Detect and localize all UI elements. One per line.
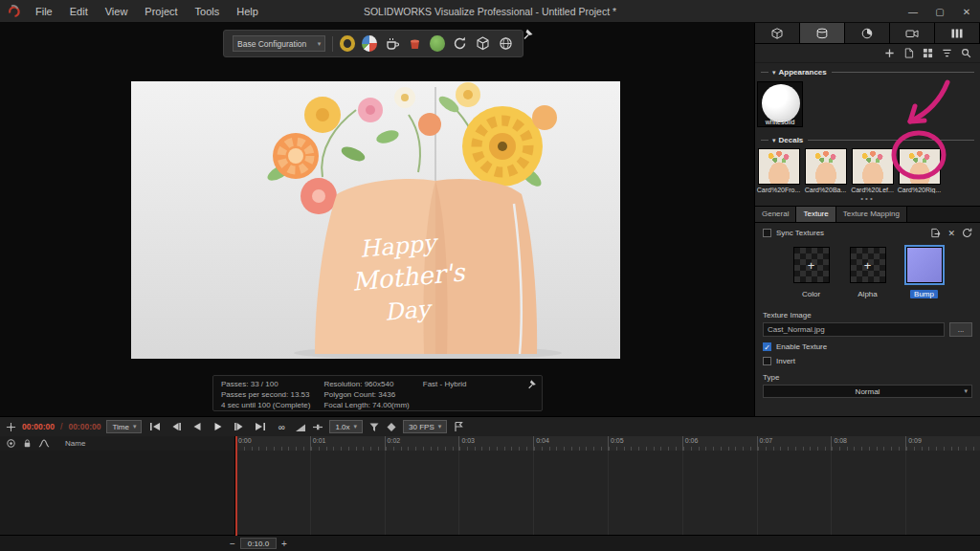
appearances-section-header[interactable]: ▾ Appearances (761, 68, 974, 77)
decal-item-front[interactable]: Card%20Fro... (756, 148, 801, 193)
multi-appearance-icon[interactable] (362, 35, 377, 52)
texture-slot-color[interactable]: + Color (790, 247, 834, 300)
minimize-icon[interactable]: — (900, 0, 926, 23)
bump-slot-label: Bump (910, 290, 938, 298)
red-cup-icon[interactable] (407, 35, 423, 52)
solidworks-logo-icon (7, 4, 21, 18)
rotate-icon[interactable] (452, 35, 468, 52)
playhead[interactable] (235, 436, 237, 536)
fps-dropdown[interactable]: 30 FPS ▾ (403, 420, 447, 433)
menu-project[interactable]: Project (136, 0, 186, 23)
tab-scenes[interactable] (845, 23, 890, 43)
chevron-down-icon: ▾ (318, 40, 322, 48)
funnel-icon[interactable] (368, 422, 380, 432)
play-reverse-button[interactable] (189, 420, 205, 433)
tab-texture-mapping[interactable]: Texture Mapping (836, 207, 907, 222)
lock-icon[interactable] (22, 438, 33, 449)
appearance-item-whitesolid[interactable]: whitesolid (757, 81, 803, 127)
menu-bar: File Edit View Project Tools Help SOLIDW… (0, 0, 980, 23)
configuration-dropdown[interactable]: Base Configuration ▾ (233, 35, 325, 52)
grid-view-icon[interactable] (923, 48, 933, 58)
export-texture-icon[interactable] (930, 228, 941, 238)
render-stats-panel: Passes: 33 / 100 Passes per second: 13.5… (212, 375, 543, 411)
appearance-gold-icon[interactable] (340, 35, 355, 52)
add-icon[interactable] (884, 48, 895, 58)
track-list[interactable] (0, 451, 235, 535)
menu-tools[interactable]: Tools (187, 0, 229, 23)
skip-start-button[interactable] (147, 420, 163, 433)
refresh-texture-icon[interactable] (962, 228, 972, 238)
maximize-icon[interactable]: ▢ (926, 0, 953, 23)
slider-icon[interactable] (312, 422, 323, 432)
auto-key-icon[interactable] (6, 438, 16, 449)
flag-icon[interactable] (453, 421, 464, 432)
browse-button[interactable]: ... (949, 322, 972, 337)
menu-edit[interactable]: Edit (61, 0, 97, 23)
play-button[interactable] (211, 420, 226, 433)
tab-layers[interactable] (935, 23, 980, 43)
tab-cameras[interactable] (890, 23, 935, 43)
frame-back-button[interactable] (168, 420, 184, 433)
decal-item-right[interactable]: Card%20Rig... (897, 148, 942, 193)
tab-appearances[interactable] (800, 23, 845, 43)
menu-file[interactable]: File (27, 0, 61, 23)
pin-icon[interactable] (523, 28, 535, 40)
ruler-tick: 0:09 (905, 436, 980, 451)
curves-icon[interactable] (38, 438, 50, 449)
timeline-track-area[interactable] (235, 451, 980, 535)
search-icon[interactable] (961, 48, 971, 58)
ruler-tick: 0:00 (235, 436, 310, 451)
tab-texture[interactable]: Texture (796, 207, 835, 222)
stats-pin-icon[interactable] (527, 379, 538, 389)
ruler-tick: 0:06 (682, 436, 757, 451)
playback-speed-dropdown[interactable]: 1.0x ▾ (329, 420, 363, 433)
skip-end-button[interactable] (253, 420, 268, 433)
menu-view[interactable]: View (97, 0, 137, 23)
ruler-tick: 0:03 (458, 436, 533, 451)
import-file-icon[interactable] (903, 48, 914, 58)
chevron-down-icon: ▾ (354, 423, 358, 430)
frame-forward-button[interactable] (232, 420, 247, 433)
box-icon[interactable] (475, 35, 491, 52)
teacup-icon[interactable] (384, 35, 400, 52)
filter-icon[interactable] (942, 48, 952, 58)
enable-texture-label: Enable Texture (776, 342, 827, 351)
delete-texture-icon[interactable]: ✕ (947, 229, 955, 238)
decal-thumbnail (805, 148, 847, 185)
viewport-toolbar: Base Configuration ▾ (223, 30, 523, 57)
timeline-ruler[interactable]: 0:00 0:01 0:02 0:03 0:04 0:05 0:06 0:07 … (235, 436, 980, 451)
texture-slot-bump[interactable]: Bump (902, 247, 947, 300)
decals-section-header[interactable]: ▾ Decals (761, 136, 974, 144)
decal-thumbnail (758, 148, 800, 185)
time-mode-dropdown[interactable]: Time ▾ (106, 420, 142, 433)
enable-texture-checkbox[interactable]: ✓ (763, 342, 771, 351)
toolbar-separator (332, 36, 333, 52)
ramp-icon[interactable] (295, 422, 306, 432)
appearance-label: whitesolid (758, 119, 802, 125)
sync-textures-checkbox[interactable] (763, 229, 771, 237)
plant-icon[interactable] (430, 35, 445, 52)
decal-item-left[interactable]: Card%20Lef... (850, 148, 895, 193)
texture-image-input[interactable] (763, 322, 945, 337)
stat-polygon-count: Polygon Count: 3436 (323, 390, 409, 401)
ruler-tick: 0:04 (533, 436, 608, 451)
globe-icon[interactable] (498, 35, 514, 52)
appearances-header-label: Appearances (779, 68, 827, 77)
loop-button[interactable]: ∞ (274, 420, 289, 433)
tab-models[interactable] (755, 23, 800, 43)
render-image: Happy Mother's Day (131, 81, 620, 359)
decal-item-back[interactable]: Card%20Ba... (803, 148, 848, 193)
invert-checkbox[interactable] (763, 357, 771, 365)
panel-splitter[interactable]: ••• (755, 194, 980, 203)
keyframe-icon[interactable] (386, 422, 397, 432)
zoom-out-button[interactable]: − (230, 539, 235, 549)
texture-slot-alpha[interactable]: + Alpha (846, 247, 890, 300)
menu-help[interactable]: Help (228, 0, 267, 23)
type-dropdown[interactable]: Normal ▾ (763, 385, 972, 398)
render-viewport[interactable]: Happy Mother's Day Base Configuration ▾ … (0, 23, 754, 416)
zoom-in-button[interactable]: + (281, 539, 287, 549)
decal-label: Card%20Lef... (850, 187, 895, 193)
timeline-cursor-icon[interactable] (6, 422, 16, 432)
tab-general[interactable]: General (755, 207, 796, 222)
close-icon[interactable]: ✕ (953, 0, 980, 23)
